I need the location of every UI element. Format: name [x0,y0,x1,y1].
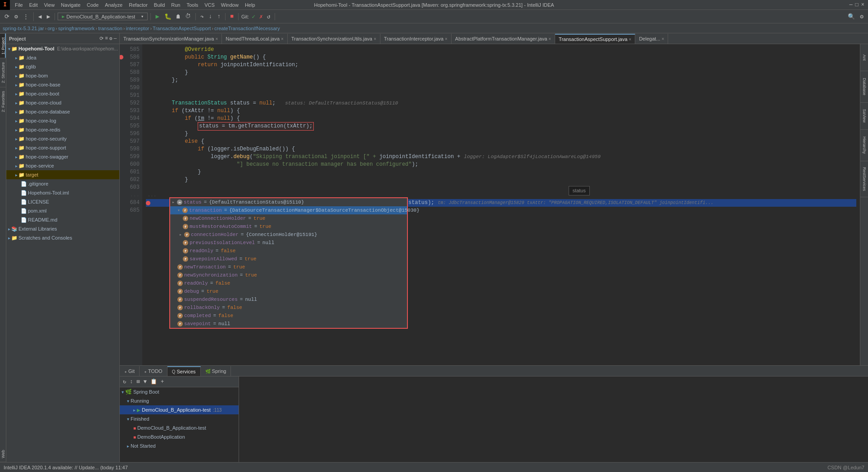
debug-button[interactable]: 🐛 [163,12,173,21]
run-button[interactable]: ▶ [154,12,161,21]
svc-refresh-icon[interactable]: ↻ [122,377,127,386]
tree-hope-bom[interactable]: ▸ 📁 hope-bom [6,71,119,80]
tree-cglib[interactable]: ▸ 📁 cglib [6,62,119,71]
tree-root[interactable]: ▾ 📁 Hopehomi-Tool E:\idea-workspace\hope… [6,44,119,53]
breadcrumb-springframework[interactable]: springframework [58,26,95,31]
tree-idea[interactable]: ▸ 📁 .idea [6,53,119,62]
menu-analyze[interactable]: Analyze [102,1,126,9]
menu-file[interactable]: File [12,1,26,9]
structure-tab[interactable]: 2: Structure [0,58,6,87]
menu-build[interactable]: Build [151,1,168,9]
tab-close-icon[interactable]: × [662,36,665,41]
git-x-icon[interactable]: ✗ [258,12,264,21]
step-into-icon[interactable]: ↓ [207,12,214,21]
stop-button[interactable]: ■ [228,12,235,21]
tree-target[interactable]: ▸ 📁 target [6,170,119,179]
dp-row-status[interactable]: ▸ ∞ status = {DefaultTransactionStatus@1… [170,198,407,206]
step-over-icon[interactable]: ↷ [199,12,206,21]
tree-readme[interactable]: 📄 README.md [6,215,119,224]
project-sync-icon[interactable]: ⟳ [99,36,104,41]
maximize-button[interactable]: □ [855,2,859,8]
tree-gitignore[interactable]: 📄 .gitignore [6,179,119,188]
bottom-tab-git[interactable]: ⬥ Git [120,366,140,376]
tab-tsm[interactable]: TransactionSynchronizationManager.java × [120,34,222,44]
svc-not-started[interactable]: ▸ Not Started [120,441,239,450]
dp-row-new-sync[interactable]: f newSynchronization = true [170,271,407,279]
git-undo-icon[interactable]: ↺ [266,12,272,21]
tree-iml[interactable]: 📄 Hopehomi-Tool.iml [6,188,119,197]
tab-delegat[interactable]: Delegat... × [635,34,668,44]
rest-services-tab[interactable]: RestServices [860,161,868,197]
favorites-tab[interactable]: 2: Favorites [0,87,6,116]
dp-row-new-transaction[interactable]: f newTransaction = true [170,263,407,271]
dp-row-prev-isolation[interactable]: f previousIsolationLevel = null [170,239,407,247]
svc-demo-boot[interactable]: ■ DemoBootApplication [120,432,239,441]
tree-license[interactable]: 📄 LICENSE [6,197,119,206]
tree-external-libs[interactable]: ▸ 📚 External Libraries [6,224,119,233]
bottom-tab-spring[interactable]: 🌿 Spring [201,366,231,376]
svc-add-icon[interactable]: + [159,378,165,386]
dp-row-savepoint[interactable]: f savepoint = null [170,320,407,328]
gear-icon[interactable]: ⋮ [21,12,31,21]
nav-back-icon[interactable]: ◀ [36,12,44,21]
tab-close-icon[interactable]: × [548,36,551,41]
tree-hope-service[interactable]: ▸ 📁 hope-service [6,161,119,170]
bottom-tab-services[interactable]: Q Services [167,366,201,376]
step-out-icon[interactable]: ↑ [215,12,222,21]
database-tab[interactable]: Database [860,71,868,103]
tab-ntl[interactable]: NamedThreadLocal.java × [222,34,288,44]
tree-hope-core-boot[interactable]: ▸ 📁 hope-core-boot [6,89,119,98]
svc-copy-icon[interactable]: 📋 [149,377,158,386]
dp-row-transaction[interactable]: ▾ f transaction = {DataSourceTransaction… [170,206,407,214]
tree-hope-core-log[interactable]: ▸ 📁 hope-core-log [6,116,119,125]
run-config-selector[interactable]: ▶ DemoCloud_B_Application-test ▾ [58,13,148,20]
tab-ti[interactable]: TransactionInterceptor.java × [380,34,452,44]
dp-row-readonly-1[interactable]: f readOnly = false [170,247,407,255]
search-everywhere-icon[interactable]: 🔍 [846,12,857,21]
dp-row-suspended[interactable]: f suspendedResources = null [170,295,407,304]
settings-gear-icon[interactable]: ⚙ [858,12,865,21]
svc-running[interactable]: ▾ Running [120,396,239,405]
dp-row-connection-holder[interactable]: ▸ f connectionHolder = {ConnectionHolder… [170,231,407,239]
nav-forward-icon[interactable]: ▶ [45,12,52,21]
tree-hope-core-base[interactable]: ▸ 📁 hope-core-base [6,80,119,89]
tree-scratches[interactable]: ▸ 📁 Scratches and Consoles [6,233,119,242]
tree-hope-core-cloud[interactable]: ▸ 📁 hope-core-cloud [6,98,119,107]
debug-popup[interactable]: ▸ ∞ status = {DefaultTransactionStatus@1… [169,197,408,329]
profile-button[interactable]: ⏱ [183,12,193,21]
saview-tab[interactable]: SaView [860,103,868,130]
project-hide-icon[interactable]: — [113,36,117,41]
git-check-icon[interactable]: ✓ [250,12,257,21]
tab-tas-active[interactable]: TransactionAspectSupport.java × [555,34,635,44]
breadcrumb-interceptor[interactable]: interceptor [126,26,149,31]
tab-tsu[interactable]: TransactionSynchronizationUtils.java × [288,34,380,44]
tree-hope-core-swagger[interactable]: ▸ 📁 hope-core-swagger [6,152,119,161]
menu-help[interactable]: Help [242,1,258,9]
tab-close-icon[interactable]: × [374,36,376,41]
menu-run[interactable]: Run [168,1,183,9]
project-gear-icon[interactable]: ⚙ [109,36,113,41]
menu-tools[interactable]: Tools [183,1,201,9]
tree-hope-core-support[interactable]: ▸ 📁 hope-core-support [6,143,119,152]
sync-icon[interactable]: ⟳ [3,12,11,21]
svc-sort-icon[interactable]: ↕ [128,378,134,386]
web-tab[interactable]: Web [0,446,6,462]
breadcrumb-org[interactable]: org [47,26,54,31]
close-button[interactable]: × [861,2,864,8]
tree-pom[interactable]: 📄 pom.xml [6,206,119,215]
tree-hope-core-redis[interactable]: ▸ 📁 hope-core-redis [6,125,119,134]
tree-hope-core-security[interactable]: ▸ 📁 hope-core-security [6,134,119,143]
dp-row-readonly-2[interactable]: f readOnly = false [170,279,407,287]
breadcrumb-class[interactable]: TransactionAspectSupport [153,26,211,31]
tab-close-icon[interactable]: × [215,36,218,41]
menu-edit[interactable]: Edit [26,1,41,9]
status-left[interactable]: IntelliJ IDEA 2020.1.4 available: // Upd… [4,465,128,470]
breadcrumb-method[interactable]: createTransactionIfNecessary [214,26,280,31]
coverage-button[interactable]: ☗ [175,12,182,21]
project-config-icon[interactable]: ≡ [105,36,108,41]
dp-row-new-connection-holder[interactable]: f newConnectionHolder = true [170,214,407,222]
project-tab[interactable]: 1: Project [0,33,6,58]
tree-hope-core-database[interactable]: ▸ 📁 hope-core-database [6,107,119,116]
menu-refactor[interactable]: Refactor [126,1,151,9]
tab-close-icon[interactable]: × [445,36,448,41]
